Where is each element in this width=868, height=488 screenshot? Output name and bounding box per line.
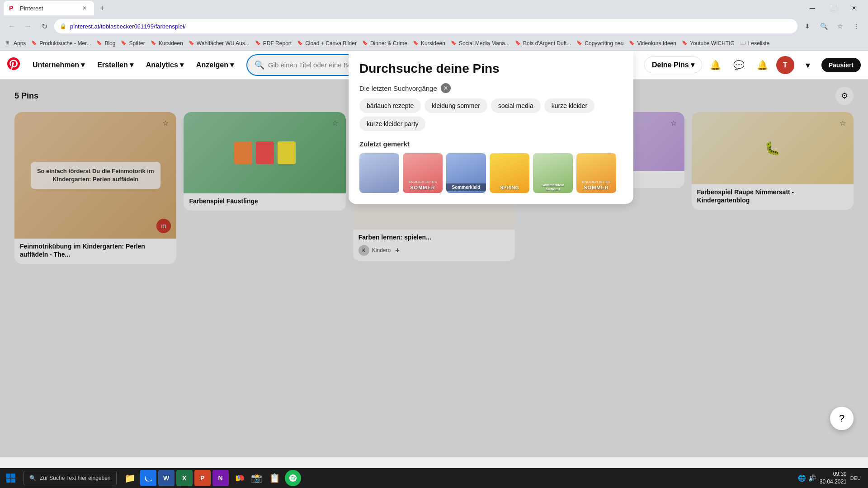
recently-saved-pins: ENDLICH IST ES SOMMER Sommerkleid SPRING [359,153,623,193]
pin-author-avatar: K [359,245,369,256]
help-button[interactable]: ? [830,407,854,430]
close-window-button[interactable]: ✕ [844,1,864,15]
bookmark-videokurs[interactable]: 🔖 Videokurs Ideen [629,40,676,47]
forward-button[interactable]: → [22,20,34,33]
bookmark-favicon-12: 🔖 [576,40,583,47]
bookmark-favicon-1: 🔖 [31,40,38,47]
pin-save-button[interactable]: ☆ [666,116,681,130]
active-tab[interactable]: P Pinterest ✕ [4,1,94,15]
notifications-button[interactable]: 🔔 [706,55,726,75]
bookmark-socialmedia[interactable]: 🔖 Social Media Mana... [451,40,509,47]
filter-button[interactable]: ⚙ [835,87,854,105]
bookmark-favicon-9: 🔖 [413,40,419,47]
zoom-button[interactable]: 🔍 [817,20,830,33]
chevron-down-icon: ▾ [691,61,694,69]
pin-card-title: Farbenspiel Fäustlinge [189,197,340,205]
bookmark-favicon-6: 🔖 [255,40,261,47]
maximize-button[interactable]: ⬜ [823,1,844,15]
pin-card[interactable]: Farbenspiel Fäustlinge ☆ [184,112,345,211]
dropdown-title: Durchsuche deine Pins [359,61,623,76]
saved-pin[interactable]: SPRING [490,153,529,193]
saved-pin[interactable] [359,153,399,193]
pin-author: K Kindero + [359,245,509,256]
notifications-bell-button[interactable]: 🔔 [753,55,773,75]
bookmark-dinner[interactable]: 🔖 Dinner & Crime [362,40,407,47]
recent-tag[interactable]: social media [491,99,541,113]
pin-author-name: Kindero [372,247,391,253]
saved-pin[interactable]: ENDLICH IST ES SOMMER [403,153,443,193]
bookmark-favicon-8: 🔖 [362,40,368,47]
bookmark-youtube[interactable]: 🔖 Youtube WICHTIG [682,40,735,47]
bookmark-favicon-2: 🔖 [96,40,103,47]
minimize-button[interactable]: — [802,1,823,15]
pins-count: 5 Pins [14,91,38,101]
url-display: pinterest.at/tobiasbecker061199/farbensp… [70,23,186,30]
recent-tag[interactable]: kleidung sommer [425,99,487,113]
tab-title: Pinterest [20,5,77,12]
tab-close-button[interactable]: ✕ [80,4,89,12]
bookmark-kursideen[interactable]: 🔖 Kursideen [151,40,183,47]
bookmark-produktsuche[interactable]: 🔖 Produktsuche - Mer... [31,40,91,47]
reload-button[interactable]: ↻ [38,20,51,33]
address-bar: ← → ↻ 🔒 pinterest.at/tobiasbecker061199/… [0,16,868,36]
bookmark-wahlfacher[interactable]: 🔖 Wahlfächer WU Aus... [189,40,250,47]
bookmark-bois[interactable]: 🔖 Bois d'Argent Duft... [515,40,571,47]
recent-tag[interactable]: bärlauch rezepte [359,99,421,113]
address-input[interactable]: 🔒 pinterest.at/tobiasbecker061199/farben… [54,19,797,33]
bookmark-spaeter[interactable]: 🔖 Später [121,40,145,47]
bookmark-pdf[interactable]: 🔖 PDF Report [255,40,292,47]
user-avatar[interactable]: T [776,56,794,74]
messages-button[interactable]: 💬 [729,55,749,75]
bookmark-favicon-4: 🔖 [151,40,157,47]
new-tab-button[interactable]: + [96,2,108,14]
recent-tags-container: bärlauch rezepte kleidung sommer social … [359,99,623,131]
saved-section-title: Zuletzt gemerkt [359,140,623,148]
bookmarks-bar: ⊞ Apps 🔖 Produktsuche - Mer... 🔖 Blog 🔖 … [0,36,868,51]
back-button[interactable]: ← [5,20,18,33]
pin-card[interactable]: So einfach förderst Du die Feinmotorik i… [14,112,176,264]
recent-tag[interactable]: kurze kleider [544,99,594,113]
nav-unternehmen[interactable]: Unternehmen ▾ [27,57,90,73]
apps-icon: ⊞ [5,40,12,47]
clear-recent-button[interactable]: ✕ [441,83,451,93]
browser-actions: ⬇ 🔍 ☆ ⋮ [801,20,863,33]
deine-pins-button[interactable]: Deine Pins ▾ [644,56,702,73]
nav-erstellen[interactable]: Erstellen ▾ [92,57,139,73]
pause-button[interactable]: Pausiert [821,58,861,72]
bookmark-blog[interactable]: 🔖 Blog [96,40,115,47]
pin-card-body: Farbenspiel Raupe Nimmersatt - Kindergar… [692,184,854,210]
settings-button[interactable]: ⋮ [850,20,863,33]
pinterest-logo[interactable] [7,57,20,73]
search-dropdown: Durchsuche deine Pins Die letzten Suchvo… [349,51,633,204]
pin-card-body: Farben lernen: spielen... K Kindero + [353,230,515,261]
chevron-down-icon: ▾ [230,61,234,69]
bookmark-favicon-11: 🔖 [515,40,521,47]
bookmark-leseliste[interactable]: 📖 Leseliste [740,40,769,47]
bookmark-canva[interactable]: 🔖 Cload + Canva Bilder [297,40,357,47]
pin-save-button[interactable]: ☆ [328,116,342,130]
bookmark-button[interactable]: ☆ [834,20,846,33]
nav-menu: Unternehmen ▾ Erstellen ▾ Analytics ▾ An… [27,57,239,73]
saved-pin[interactable]: Sommerkleid [446,153,486,193]
pin-card[interactable]: 🐛 Farbenspiel Raupe Nimmersatt - Kinderg… [692,112,854,210]
bookmark-kursideen2[interactable]: 🔖 Kursideen [413,40,445,47]
pin-card-body: Feinmotrikübung im Kindergarten: Perlen … [14,239,176,264]
recent-tag[interactable]: kurze kleider party [359,117,425,131]
pin-card-body: Farbenspiel Fäustlinge [184,193,345,211]
bookmark-apps[interactable]: ⊞ Apps [5,40,26,47]
tab-bar: P Pinterest ✕ + — ⬜ ✕ [0,0,868,16]
saved-pin[interactable]: Sommerkleid sichern! [533,153,573,193]
pin-card-title: Farben lernen: spielen... [359,233,509,241]
pin-card-title: Feinmotrikübung im Kindergarten: Perlen … [20,242,171,258]
bookmark-copywriting[interactable]: 🔖 Copywriting neu [576,40,623,47]
chevron-down-icon: ▾ [81,61,85,69]
chevron-down-icon[interactable]: ▾ [798,55,818,75]
download-button[interactable]: ⬇ [801,20,814,33]
saved-pin[interactable]: ENDLICH IST ES SOMMER [576,153,616,193]
pin-save-button[interactable]: ☆ [835,116,850,130]
bookmark-favicon-15: 📖 [740,40,746,47]
nav-anzeigen[interactable]: Anzeigen ▾ [191,57,239,73]
chevron-down-icon: ▾ [180,61,184,69]
nav-analytics[interactable]: Analytics ▾ [141,57,189,73]
header-right: Deine Pins ▾ 🔔 💬 🔔 T ▾ Pausiert [644,55,861,75]
